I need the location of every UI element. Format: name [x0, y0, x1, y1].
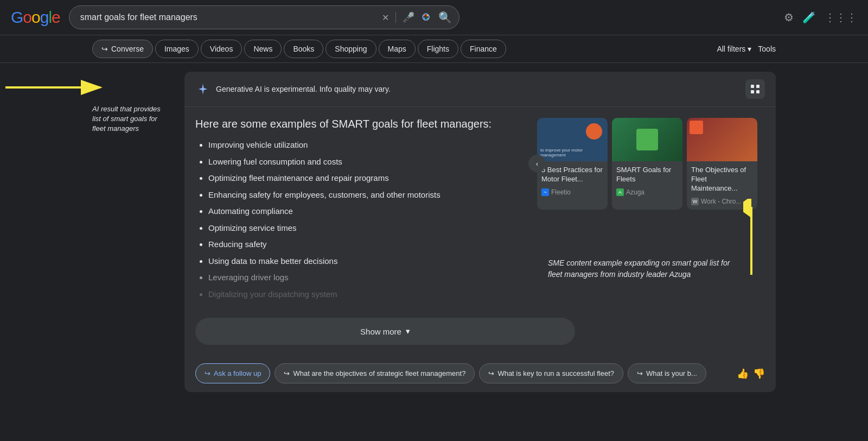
tab-books[interactable]: Books	[284, 40, 323, 58]
list-item: Reducing safety	[208, 238, 526, 251]
images-label: Images	[164, 45, 189, 53]
azuga-label: Azuga	[626, 188, 644, 196]
clear-search-button[interactable]: ✕	[382, 12, 389, 23]
search-query: smart goals for fleet managers	[80, 12, 197, 22]
news-label: News	[253, 45, 272, 53]
tab-finance[interactable]: Finance	[461, 40, 506, 58]
google-logo: Google	[11, 8, 60, 27]
converse-label: Converse	[111, 45, 144, 53]
lens-search-button[interactable]	[421, 12, 432, 23]
card-image-3	[687, 118, 757, 161]
card-title-1: 5 Best Practices for Motor Fleet...	[541, 166, 603, 184]
flights-label: Flights	[427, 45, 449, 53]
fleetio-label: Fleetio	[551, 188, 571, 196]
svg-point-0	[423, 14, 429, 20]
all-filters-label: All filters	[717, 45, 745, 53]
sme-annotation: SME content example expanding on smart g…	[548, 257, 732, 280]
search-bar[interactable]: smart goals for fleet managers ✕ 🎤 🔍	[69, 5, 459, 29]
thumbs-up-button[interactable]: 👍	[737, 368, 749, 380]
ai-text-section: Here are some examples of SMART goals fo…	[195, 118, 526, 300]
filters-chevron-icon: ▾	[748, 45, 751, 53]
azuga-icon: A	[616, 188, 624, 196]
main-content: AI result that provides list of smart go…	[0, 63, 868, 401]
yellow-arrow-left	[0, 79, 108, 96]
tab-shopping[interactable]: Shopping	[326, 40, 376, 58]
search-submit-button[interactable]: 🔍	[438, 11, 452, 24]
prev-cards-button[interactable]: ‹	[528, 155, 546, 172]
tab-flights[interactable]: Flights	[418, 40, 458, 58]
followup-label-2: What is key to run a successful fleet?	[497, 369, 614, 377]
followup-label-3: What is your b...	[646, 369, 697, 377]
tab-images[interactable]: Images	[155, 40, 199, 58]
list-item: Improving vehicle utilization	[208, 139, 526, 152]
svg-point-2	[426, 15, 428, 16]
tab-videos[interactable]: Videos	[201, 40, 242, 58]
card-azuga[interactable]: SMART Goals for Fleets A Azuga	[612, 118, 682, 210]
card-body-2: SMART Goals for Fleets A Azuga	[612, 161, 682, 200]
card-title-2: SMART Goals for Fleets	[616, 166, 678, 184]
tab-maps[interactable]: Maps	[379, 40, 416, 58]
search-bar-icons: ✕ 🎤 🔍	[382, 11, 452, 24]
followup-button-2[interactable]: ↪ What is key to run a successful fleet?	[479, 363, 623, 383]
svg-rect-10	[756, 90, 760, 93]
tab-converse[interactable]: ↪ Converse	[92, 40, 153, 58]
show-more-row: Show more ▾	[184, 311, 776, 356]
ai-body: Here are some examples of SMART goals fo…	[184, 107, 776, 311]
card-fleetio[interactable]: to improve your motor management 5 Best …	[537, 118, 608, 210]
cards-row: ‹ to improve your motor management 5 Bes…	[537, 118, 765, 210]
card-source-2: A Azuga	[616, 188, 678, 196]
list-item-faded: Leveraging driver logs	[208, 272, 526, 284]
ai-list: Improving vehicle utilization Lowering f…	[195, 139, 526, 300]
card-body-1: 5 Best Practices for Motor Fleet... ~ Fl…	[537, 161, 608, 200]
grid-icon	[750, 84, 760, 94]
card-image-2	[612, 118, 682, 161]
followup-button-1[interactable]: ↪ What are the objectives of strategic f…	[275, 363, 475, 383]
chevron-down-icon: ▾	[406, 326, 410, 336]
list-item: Optimizing service times	[208, 222, 526, 235]
list-item: Using data to make better decisions	[208, 255, 526, 268]
svg-point-1	[424, 15, 425, 16]
thumbs-row: 👍 👎	[737, 368, 765, 380]
ai-cards-section: ‹ to improve your motor management 5 Bes…	[537, 118, 765, 300]
ai-experimental-label: Generative AI is experimental. Info qual…	[216, 85, 391, 93]
show-more-label: Show more	[360, 327, 401, 336]
sme-text: SME content example expanding on smart g…	[548, 259, 730, 279]
ai-grid-button[interactable]	[745, 79, 765, 99]
list-item: Lowering fuel consumption and costs	[208, 156, 526, 168]
svg-point-4	[426, 17, 428, 19]
left-annotation: AI result that provides list of smart go…	[92, 72, 168, 392]
card-image-1: to improve your motor management	[537, 118, 608, 161]
list-item: Automating compliance	[208, 205, 526, 218]
svg-rect-7	[751, 85, 754, 88]
list-item-very-faded: Digitalizing your dispatching system	[208, 288, 526, 301]
followup-arrow-icon-3: ↪	[637, 369, 643, 377]
thumbs-down-button[interactable]: 👎	[753, 368, 765, 380]
labs-button[interactable]: 🧪	[802, 11, 816, 24]
ask-followup-button[interactable]: ↪ Ask a follow up	[195, 363, 270, 383]
header: Google smart goals for fleet managers ✕ …	[0, 0, 868, 35]
shopping-label: Shopping	[335, 45, 367, 53]
ai-result-box: Generative AI is experimental. Info qual…	[184, 72, 776, 392]
settings-button[interactable]: ⚙	[784, 11, 794, 24]
followup-arrow-icon-1: ↪	[284, 369, 290, 377]
apps-button[interactable]: ⋮⋮⋮	[825, 11, 857, 24]
card-work[interactable]: The Objectives of Fleet Maintenance... W…	[687, 118, 757, 210]
all-filters-button[interactable]: All filters ▾	[717, 45, 751, 53]
svg-point-3	[424, 17, 425, 19]
ai-header-left: Generative AI is experimental. Info qual…	[195, 81, 391, 97]
tools-label: Tools	[758, 45, 776, 53]
nav-tabs: ↪ Converse Images Videos News Books Shop…	[0, 35, 868, 63]
header-right: ⚙ 🧪 ⋮⋮⋮	[784, 11, 857, 24]
search-divider	[395, 12, 396, 23]
videos-label: Videos	[210, 45, 233, 53]
followup-button-3[interactable]: ↪ What is your b...	[628, 363, 706, 383]
voice-search-button[interactable]: 🎤	[403, 11, 414, 23]
svg-rect-9	[751, 90, 754, 93]
converse-icon: ↪	[101, 45, 108, 53]
tools-button[interactable]: Tools	[758, 45, 776, 53]
finance-label: Finance	[470, 45, 497, 53]
yellow-arrow-up	[743, 199, 760, 280]
tab-news[interactable]: News	[244, 40, 282, 58]
show-more-button[interactable]: Show more ▾	[195, 318, 575, 345]
follow-up-bar: ↪ Ask a follow up ↪ What are the objecti…	[184, 356, 776, 392]
